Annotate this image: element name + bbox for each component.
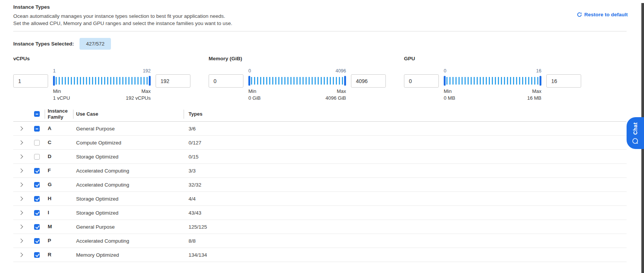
- chevron-right-icon[interactable]: [19, 224, 23, 229]
- table-body: A General Purpose 3/6 C Compute Optimize…: [13, 122, 627, 262]
- slider-min-value: 0: [444, 68, 446, 74]
- slider-captions: 0 MB 16 MB: [444, 95, 541, 101]
- use-case-cell: General Purpose: [73, 126, 184, 132]
- row-checkbox[interactable]: [34, 196, 40, 202]
- slider-label: Memory (GiB): [209, 56, 386, 61]
- slider-label: vCPUs: [13, 56, 190, 61]
- row-checkbox[interactable]: [34, 182, 40, 188]
- slider-handle-max[interactable]: [344, 76, 346, 86]
- types-count-cell: 0/15: [184, 154, 627, 160]
- row-checkbox[interactable]: [34, 154, 40, 160]
- slider-group: GPU 0 16 Min Max: [404, 56, 581, 101]
- types-count-cell: 43/43: [184, 210, 627, 216]
- row-checkbox[interactable]: [34, 126, 40, 132]
- slider-group: vCPUs 1 192 Min Max: [13, 56, 190, 101]
- chevron-right-icon[interactable]: [19, 140, 23, 144]
- chevron-right-icon[interactable]: [19, 126, 23, 130]
- expand-cell: [13, 239, 31, 242]
- use-case-cell: General Purpose: [73, 224, 184, 230]
- max-caption: 192 vCPUs: [126, 95, 151, 101]
- max-input[interactable]: [351, 74, 386, 88]
- page-header: Instance Types Ocean automatically manag…: [0, 0, 644, 27]
- max-caption: 4096 GiB: [326, 95, 346, 101]
- instance-family-cell: F: [45, 168, 73, 174]
- chat-button-content: Chat: [632, 122, 639, 144]
- instance-family-letter: M: [48, 224, 52, 229]
- instance-family-cell: A: [45, 126, 73, 132]
- slider-captions: 0 GiB 4096 GiB: [248, 95, 346, 101]
- row-checkbox[interactable]: [34, 238, 40, 244]
- chevron-right-icon[interactable]: [19, 253, 23, 257]
- table-row: P Accelerated Computing 8/8: [13, 234, 627, 248]
- instance-family-letter: R: [48, 252, 51, 257]
- slider-min-value: 1: [53, 68, 56, 74]
- slider-handle-min[interactable]: [444, 76, 446, 86]
- max-label: Max: [141, 88, 151, 94]
- use-case-cell: Accelerated Computing: [73, 238, 184, 244]
- use-case-cell: Storage Optimized: [73, 210, 184, 216]
- max-label: Max: [532, 88, 541, 94]
- chevron-right-icon[interactable]: [19, 182, 23, 187]
- max-label: Max: [337, 88, 346, 94]
- min-input[interactable]: [209, 74, 243, 88]
- slider-handle-min[interactable]: [248, 76, 250, 86]
- instance-family-cell: G: [45, 182, 73, 188]
- instance-family-cell: C: [45, 140, 73, 146]
- slider-label: GPU: [404, 56, 581, 61]
- slider-handle-values: 0 16: [444, 68, 541, 74]
- refresh-icon: [577, 12, 582, 17]
- slider-handle-min[interactable]: [53, 76, 55, 86]
- checkbox-cell: [31, 238, 45, 244]
- row-checkbox[interactable]: [34, 140, 40, 146]
- slider-minmax-labels: Min Max: [248, 88, 346, 94]
- expand-cell: [13, 211, 31, 214]
- expand-cell: [13, 253, 31, 256]
- instance-family-cell: I: [45, 210, 73, 216]
- slider-track[interactable]: [248, 76, 346, 86]
- instance-types-page: Instance Types Ocean automatically manag…: [0, 0, 644, 273]
- select-all-checkbox[interactable]: [34, 111, 40, 117]
- row-checkbox[interactable]: [34, 210, 40, 216]
- checkbox-cell: [31, 224, 45, 230]
- types-count-cell: 3/3: [184, 168, 627, 174]
- max-input[interactable]: [546, 74, 581, 88]
- range-slider: 1 192 Min Max 1 vCPU 192 vCPUs: [53, 68, 151, 101]
- use-case-cell: Compute Optimized: [73, 140, 184, 146]
- min-input[interactable]: [404, 74, 439, 88]
- chevron-right-icon[interactable]: [19, 168, 23, 173]
- chevron-right-icon[interactable]: [19, 196, 23, 201]
- chevron-right-icon[interactable]: [19, 210, 23, 215]
- row-checkbox[interactable]: [34, 168, 40, 174]
- checkbox-cell: [31, 154, 45, 160]
- min-caption: 1 vCPU: [53, 95, 70, 101]
- row-checkbox[interactable]: [34, 224, 40, 230]
- slider-controls: 1 192 Min Max 1 vCPU 192 vCPUs: [13, 68, 190, 101]
- slider-handle-max[interactable]: [540, 76, 541, 86]
- slider-minmax-labels: Min Max: [444, 88, 541, 94]
- column-header-types: Types: [184, 111, 627, 117]
- checkbox-cell: [31, 168, 45, 174]
- slider-ticks: [446, 77, 539, 85]
- max-input[interactable]: [156, 74, 190, 88]
- sliders-row: vCPUs 1 192 Min Max: [13, 56, 627, 101]
- expand-cell: [13, 155, 31, 158]
- instance-family-letter: C: [48, 140, 51, 145]
- restore-to-default-button[interactable]: Restore to default: [577, 12, 628, 17]
- chat-button[interactable]: Chat: [627, 117, 644, 149]
- slider-ticks: [251, 77, 343, 85]
- table-row: G Accelerated Computing 32/32: [13, 178, 627, 192]
- row-checkbox[interactable]: [34, 252, 40, 258]
- chevron-right-icon[interactable]: [19, 238, 23, 243]
- slider-max-value: 192: [143, 68, 151, 74]
- types-count-cell: 32/32: [184, 182, 627, 188]
- slider-track[interactable]: [53, 76, 151, 86]
- slider-track[interactable]: [444, 76, 541, 86]
- checkbox-cell: [31, 140, 45, 146]
- slider-minmax-labels: Min Max: [53, 88, 151, 94]
- min-input[interactable]: [13, 74, 48, 88]
- chat-bubble-icon: [632, 138, 639, 144]
- chevron-right-icon[interactable]: [19, 154, 23, 158]
- min-label: Min: [444, 88, 452, 94]
- instance-family-letter: A: [48, 126, 51, 131]
- slider-handle-max[interactable]: [149, 76, 151, 86]
